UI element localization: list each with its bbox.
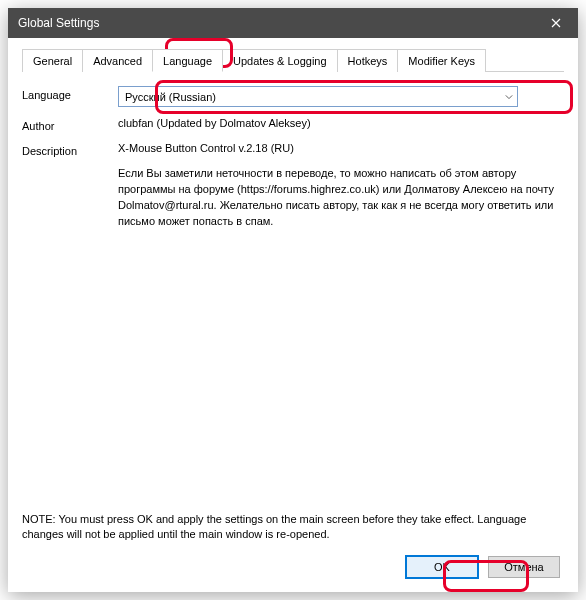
titlebar: Global Settings — [8, 8, 578, 38]
tab-hotkeys[interactable]: Hotkeys — [337, 49, 399, 72]
chevron-down-icon — [505, 93, 513, 101]
content-area: General Advanced Language Updates & Logg… — [8, 38, 578, 254]
author-label: Author — [22, 117, 118, 132]
tab-updates[interactable]: Updates & Logging — [222, 49, 338, 72]
tab-modifier[interactable]: Modifier Keys — [397, 49, 486, 72]
note-text: NOTE: You must press OK and apply the se… — [22, 512, 564, 542]
window-title: Global Settings — [18, 16, 99, 30]
tab-advanced[interactable]: Advanced — [82, 49, 153, 72]
tab-strip: General Advanced Language Updates & Logg… — [22, 48, 564, 72]
language-value: Русский (Russian) — [125, 91, 216, 103]
author-value: clubfan (Updated by Dolmatov Aleksey) — [118, 117, 564, 132]
language-dropdown[interactable]: Русский (Russian) — [118, 86, 518, 107]
ok-button[interactable]: OK — [406, 556, 478, 578]
cancel-button[interactable]: Отмена — [488, 556, 560, 578]
close-icon — [551, 18, 561, 28]
close-button[interactable] — [533, 8, 578, 38]
tab-general[interactable]: General — [22, 49, 83, 72]
description-title: X-Mouse Button Control v.2.18 (RU) — [118, 142, 564, 154]
language-label: Language — [22, 86, 118, 107]
description-label: Description — [22, 142, 118, 230]
button-row: OK Отмена — [406, 556, 560, 578]
description-body: Если Вы заметили неточности в переводе, … — [118, 166, 564, 230]
tab-language[interactable]: Language — [152, 49, 223, 72]
